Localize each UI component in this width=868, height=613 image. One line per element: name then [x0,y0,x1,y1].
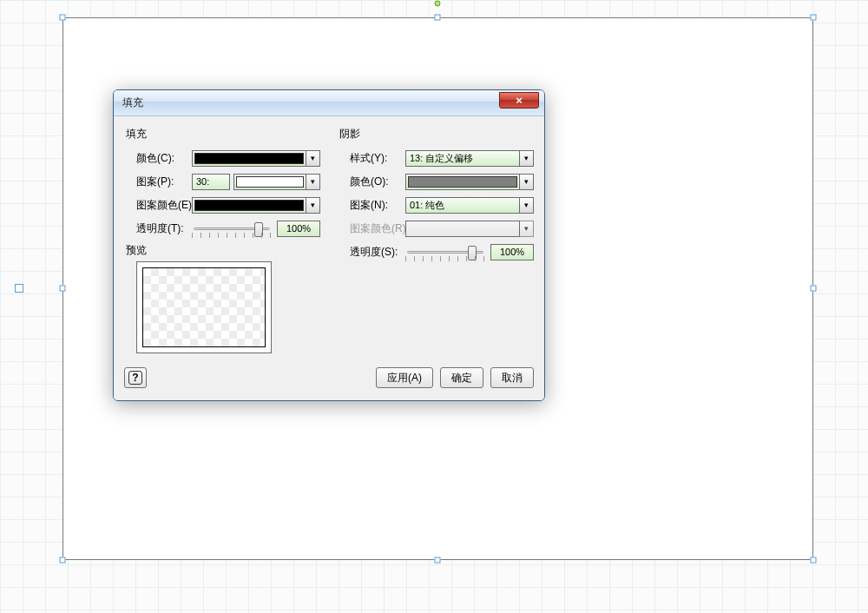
preview-checker [142,267,266,347]
preview-box [136,261,272,353]
resize-handle-sw[interactable] [60,557,66,564]
fill-opacity-slider[interactable] [192,219,272,238]
fill-pattern-number[interactable]: 30: [192,174,230,190]
shadow-pattern-label: 图案(N): [338,198,405,213]
shadow-style-select[interactable]: 13: 自定义偏移 [405,150,520,167]
resize-handle-s[interactable] [435,557,441,564]
close-icon: × [516,94,523,107]
fill-pattern-color-swatch[interactable] [192,197,306,214]
cancel-button[interactable]: 取消 [490,367,534,388]
help-icon: ? [128,371,142,385]
shadow-pattern-select[interactable]: 01: 纯色 [405,197,520,214]
ok-button[interactable]: 确定 [440,367,483,388]
shadow-pattern-color-label: 图案颜色(R): [338,221,405,236]
rotate-handle[interactable] [435,1,441,7]
shadow-color-swatch[interactable] [405,174,520,190]
preview-label: 预览 [126,243,320,258]
fill-dialog: 填充 × 填充 颜色(C): ▾ 图案(P): 30: ▾ [113,89,545,401]
shadow-style-dropdown[interactable]: ▾ [520,150,534,167]
shadow-section-title: 阴影 [339,127,534,142]
fill-opacity-value[interactable]: 100% [277,221,320,237]
apply-button[interactable]: 应用(A) [376,367,433,388]
close-button[interactable]: × [499,92,539,109]
fill-opacity-label: 透明度(T): [124,221,192,236]
dialog-body: 填充 颜色(C): ▾ 图案(P): 30: ▾ 图案颜色(E): [114,116,544,400]
shadow-section: 阴影 样式(Y): 13: 自定义偏移 ▾ 颜色(O): ▾ 图案(N): 01… [338,123,534,353]
shadow-opacity-slider[interactable] [405,242,485,261]
fill-color-swatch[interactable] [192,150,306,167]
fill-section-title: 填充 [126,127,320,142]
resize-handle-e[interactable] [811,286,817,292]
shadow-style-label: 样式(Y): [338,151,405,166]
fill-pattern-swatch[interactable] [233,174,306,190]
fill-pattern-label: 图案(P): [124,175,192,189]
resize-handle-nw[interactable] [60,15,66,21]
shadow-color-label: 颜色(O): [338,175,405,189]
resize-handle-se[interactable] [811,557,817,564]
fill-pattern-color-dropdown[interactable]: ▾ [306,197,320,214]
fill-pattern-dropdown[interactable]: ▾ [306,174,320,190]
shadow-pattern-color-swatch [405,221,520,237]
help-button[interactable]: ? [124,367,147,388]
resize-handle-ne[interactable] [811,15,817,21]
shadow-opacity-label: 透明度(S): [338,245,405,260]
fill-pattern-color-label: 图案颜色(E): [124,198,192,213]
shadow-pattern-color-dropdown: ▾ [520,221,534,237]
dialog-titlebar[interactable]: 填充 × [114,90,544,116]
resize-handle-n[interactable] [435,15,441,21]
shadow-color-dropdown[interactable]: ▾ [520,174,534,190]
shadow-opacity-value[interactable]: 100% [490,244,534,260]
fill-color-label: 颜色(C): [124,151,192,166]
resize-handle-w[interactable] [60,286,66,292]
shadow-pattern-dropdown[interactable]: ▾ [520,197,534,214]
fill-section: 填充 颜色(C): ▾ 图案(P): 30: ▾ 图案颜色(E): [124,123,320,353]
fill-color-dropdown[interactable]: ▾ [306,150,320,167]
side-grip-left[interactable] [15,284,23,293]
dialog-title: 填充 [122,96,143,110]
